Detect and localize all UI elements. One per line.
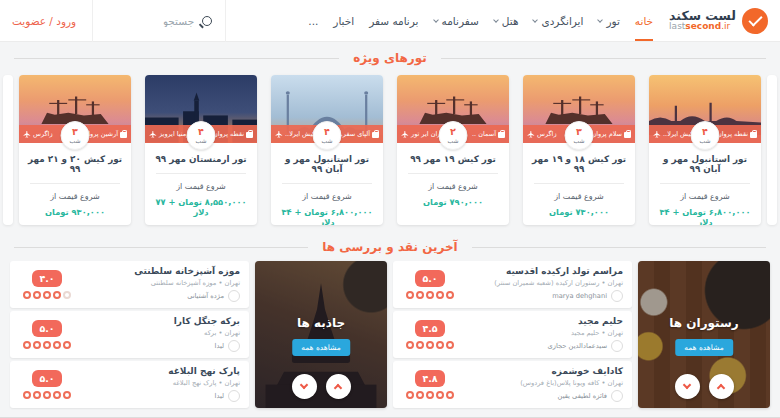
nights-unit: شب bbox=[322, 137, 333, 144]
scroll-down-button[interactable] bbox=[675, 374, 700, 399]
nav-item-travelogues[interactable]: سفرنامه bbox=[434, 15, 479, 27]
agency-side: آلپای سفر.. bbox=[339, 130, 379, 138]
scroll-up-button[interactable] bbox=[709, 374, 734, 399]
review-row[interactable]: حلیم مجید تهران • حلیم مجید سیدعمادالدین… bbox=[393, 311, 632, 358]
tour-card[interactable]: آسمان .. ایران ایر تور ۲ شب تور کیش ۱۹ م… bbox=[397, 75, 509, 225]
login-register-link[interactable]: ورود / عضویت bbox=[12, 15, 76, 27]
partial-tour-card[interactable] bbox=[767, 75, 777, 225]
tour-title: تور کیش ۱۸ و ۱۹ مهر ۹۹ bbox=[529, 154, 629, 174]
price-prefix: شروع قیمت از bbox=[529, 192, 629, 201]
review-location: تهران • کافه ویونا پلاس(باغ فردوس) bbox=[520, 379, 623, 387]
tour-card[interactable]: سلام پرواز زاگرس ۳ شب تور کیش ۱۸ و ۱۹ مه… bbox=[523, 75, 635, 225]
review-row[interactable]: برکه جنگل کارا تهران • برکه لیدا ۵.۰ bbox=[10, 311, 249, 358]
logo-en-last: last bbox=[669, 21, 685, 31]
nights-unit: شب bbox=[574, 137, 585, 144]
review-main: پارک نهج البلاغه تهران • پارک نهج البلاغ… bbox=[168, 366, 240, 403]
airline-label: زاگرس bbox=[537, 130, 557, 138]
review-row[interactable]: مراسم تولد ارکیده اقدسیه تهران • رستوران… bbox=[393, 261, 632, 308]
attractions-view-all-button[interactable]: مشاهده همه bbox=[292, 339, 350, 356]
restaurant-reviews-column: مراسم تولد ارکیده اقدسیه تهران • رستوران… bbox=[393, 261, 632, 408]
star-ring bbox=[63, 341, 71, 349]
divider bbox=[156, 173, 246, 174]
star-ring bbox=[53, 291, 61, 299]
tour-title: تور کیش ۲۰ و ۲۱ مهر ۹۹ bbox=[25, 154, 125, 174]
search-input[interactable] bbox=[106, 15, 194, 27]
nav-label: اخبار bbox=[333, 15, 354, 27]
review-row[interactable]: پارک نهج البلاغه تهران • پارک نهج البلاغ… bbox=[10, 361, 249, 408]
rating-badge: ۴.۸ bbox=[415, 370, 444, 387]
nights-circle: ۴ شب bbox=[313, 121, 342, 150]
attraction-reviews-column: موزه آشپزخانه سلطنتی تهران • موزه آشپزخا… bbox=[10, 261, 249, 408]
star-ring bbox=[426, 291, 434, 299]
tour-price: ۷۳۰,۰۰۰ تومان bbox=[529, 207, 629, 217]
review-title: کادایف خوشمزه bbox=[552, 366, 623, 376]
star-rating bbox=[23, 391, 71, 399]
scroll-down-button[interactable] bbox=[292, 374, 317, 399]
nav-item-home[interactable]: خانه bbox=[635, 15, 653, 27]
partial-tour-card[interactable] bbox=[3, 75, 13, 225]
star-ring bbox=[63, 391, 71, 399]
review-row[interactable]: موزه آشپزخانه سلطنتی تهران • موزه آشپزخا… bbox=[10, 261, 249, 308]
tour-card[interactable]: آرشین پروا.. زاگرس ۳ شب تور کیش ۲۰ و ۲۱ … bbox=[19, 75, 131, 225]
attractions-collage-card[interactable]: جاذبه ها مشاهده همه bbox=[255, 261, 387, 408]
restaurants-collage-card[interactable]: رستوران ها مشاهده همه bbox=[638, 261, 770, 408]
star-ring bbox=[53, 391, 61, 399]
nav-item-tours[interactable]: تور bbox=[598, 15, 619, 27]
price-prefix: شروع قیمت از bbox=[151, 182, 251, 191]
nav-label: ... bbox=[308, 15, 318, 27]
chevron-up-icon bbox=[334, 384, 342, 392]
nav-item-trip-plan[interactable]: برنامه سفر bbox=[369, 15, 418, 27]
review-main: موزه آشپزخانه سلطنتی تهران • موزه آشپزخا… bbox=[134, 266, 240, 303]
nights-circle: ۳ شب bbox=[61, 121, 90, 150]
tour-card[interactable]: نقطه پرواز ترکیش ایرلا.. ۴ شب تور استانب… bbox=[649, 75, 761, 225]
nav-item-more[interactable]: ... bbox=[308, 15, 318, 27]
logo-text-en: lastsecond.ir bbox=[669, 22, 736, 32]
star-ring bbox=[23, 391, 31, 399]
search-icon[interactable] bbox=[202, 16, 212, 26]
review-username: فائزه لطیفی یقین bbox=[558, 392, 607, 400]
review-user: لیدا bbox=[215, 340, 240, 352]
restaurants-view-all-button[interactable]: مشاهده همه bbox=[675, 339, 733, 356]
nav-item-news[interactable]: اخبار bbox=[333, 15, 354, 27]
chevron-up-icon bbox=[717, 384, 725, 392]
nav-item-iran-touring[interactable]: ایرانگردی bbox=[533, 15, 583, 27]
tour-card[interactable]: نقطه پرواز آرمنیا ایرویز ۴ شب تور ارمنست… bbox=[145, 75, 257, 225]
star-rating bbox=[23, 291, 71, 299]
nights-count: ۴ bbox=[702, 127, 708, 137]
scroll-up-button[interactable] bbox=[326, 374, 351, 399]
tour-title: تور استانبول مهر و آبان ۹۹ bbox=[655, 154, 755, 174]
nights-count: ۴ bbox=[198, 127, 204, 137]
avatar bbox=[228, 390, 240, 402]
main-nav: خانه تور ایرانگردی هتل سفرنامه برنامه سف… bbox=[308, 15, 653, 27]
tour-title: تور استانبول مهر و آبان ۹۹ bbox=[277, 154, 377, 174]
suitcase-icon bbox=[750, 132, 757, 138]
price-prefix: شروع قیمت از bbox=[25, 192, 125, 201]
review-row[interactable]: کادایف خوشمزه تهران • کافه ویونا پلاس(با… bbox=[393, 361, 632, 408]
nights-circle: ۳ شب bbox=[565, 121, 594, 150]
suitcase-icon bbox=[120, 132, 127, 138]
airline-side: زاگرس bbox=[23, 130, 53, 138]
review-rating: ۵.۰ bbox=[19, 366, 71, 403]
nights-unit: شب bbox=[700, 137, 711, 144]
review-location: تهران • حلیم مجید bbox=[571, 329, 623, 337]
review-location: تهران • برکه bbox=[204, 329, 240, 337]
site-logo[interactable]: لست سکند lastsecond.ir bbox=[669, 8, 768, 34]
nav-label: تور bbox=[606, 15, 619, 27]
avatar bbox=[611, 340, 623, 352]
nav-label: هتل bbox=[502, 15, 519, 27]
tour-card-body: تور کیش ۱۸ و ۱۹ مهر ۹۹ شروع قیمت از ۷۳۰,… bbox=[523, 143, 635, 217]
review-title: حلیم مجید bbox=[578, 316, 623, 326]
nav-item-hotels[interactable]: هتل bbox=[494, 15, 519, 27]
agency-label: سلام پرواز bbox=[593, 130, 622, 138]
star-ring bbox=[436, 341, 444, 349]
tour-card[interactable]: آلپای سفر.. ترکیش ایرلا.. ۴ شب تور استان… bbox=[271, 75, 383, 225]
star-ring bbox=[436, 391, 444, 399]
review-user: سیدعمادالدین حجازی bbox=[548, 340, 623, 352]
star-ring bbox=[436, 291, 444, 299]
review-location: تهران • موزه آشپزخانه سلطنتی bbox=[151, 279, 240, 287]
star-ring bbox=[53, 341, 61, 349]
logo-en-tld: .ir bbox=[721, 21, 730, 31]
rating-badge: ۵.۰ bbox=[415, 270, 444, 287]
special-tours-title: تورهای ویژه bbox=[353, 51, 426, 65]
review-title: برکه جنگل کارا bbox=[174, 316, 240, 326]
